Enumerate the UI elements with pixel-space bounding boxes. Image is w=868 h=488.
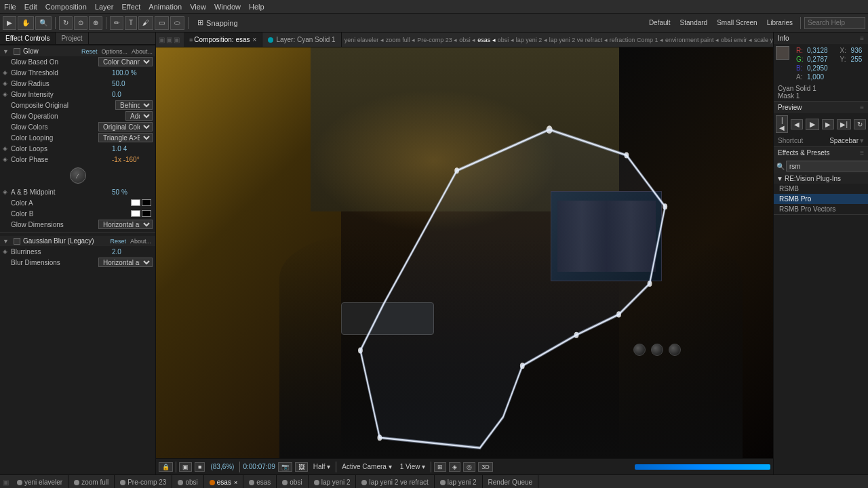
vc-comp-btn[interactable]: ■ [195,462,205,472]
color-b-swatch2[interactable] [142,210,151,217]
glow-reset[interactable]: Reset [81,48,98,55]
color-a-swatch[interactable] [131,199,140,206]
glow-enable[interactable] [14,48,20,55]
tl-tab-lapyeni2[interactable]: lap yeni 2 [309,475,357,488]
tl-tab-precomp23[interactable]: Pre-comp 23 [115,475,172,488]
tool-shape-rect[interactable]: ▭ [155,16,169,30]
glow-intensity-value[interactable]: 0.0 [112,91,153,98]
preview-loop[interactable]: ↻ [854,119,866,129]
tl-tab-zoom-full[interactable]: zoom full [68,475,115,488]
glow-operation-select[interactable]: Add [125,111,153,121]
menu-composition[interactable]: Composition [45,3,87,11]
tool-hand[interactable]: ✋ [18,16,34,30]
glow-composite-select[interactable]: Behind [115,100,153,110]
tl-tab-obsi2[interactable]: obsi [277,475,308,488]
workspace-small-screen[interactable]: Small Screen [713,19,761,26]
preview-step-forward[interactable]: ▶ [822,119,834,129]
nav-esas[interactable]: esas ◂ [477,37,496,43]
preview-play[interactable]: ▶ [806,119,819,130]
color-looping-select[interactable]: Triangle A>B>A [98,133,153,142]
tool-text[interactable]: T [125,16,137,30]
vc-mask-btn[interactable]: ◈ [449,462,460,472]
glow-radius-value[interactable]: 50.0 [112,80,153,87]
search-input[interactable] [804,17,865,29]
tab-project[interactable]: Project [56,33,88,44]
gaussian-blur-expand[interactable]: ▼ [3,238,11,245]
nav-lapyeni2[interactable]: lap yeni 2 ◂ [516,37,547,43]
color-b-swatch[interactable] [131,210,140,217]
tool-camera-orbit[interactable]: ⊙ [74,16,87,30]
vc-zoom-display[interactable]: (83,6%) [210,463,234,470]
vc-view-display[interactable]: Active Camera ▾ [342,463,391,470]
tl-tab-esas[interactable]: esas × [204,475,243,488]
nav-obsi-envir[interactable]: obsi envir ◂ [721,37,752,43]
effects-search-input[interactable] [786,161,868,171]
menu-effect[interactable]: Effect [121,3,140,11]
comp-tab-composition[interactable]: ≡ Composition: esas × [184,33,262,47]
vc-quality-display[interactable]: Half ▾ [313,463,331,470]
effects-presets-collapse[interactable]: ≡ [860,149,864,157]
glow-about[interactable]: About... [132,48,153,55]
preview-shortcut-arrow[interactable]: ▾ [860,136,864,145]
menu-help[interactable]: Help [249,3,264,11]
vc-viewport-icon[interactable]: ▣ [179,462,192,472]
menu-file[interactable]: File [4,3,16,11]
nav-lapyeni2-refract[interactable]: lap yeni 2 ve refract ◂ [549,37,608,43]
vc-viewcount-display[interactable]: 1 View ▾ [400,463,426,470]
glow-options[interactable]: Options... [101,48,127,55]
vc-lock[interactable]: 🔒 [159,462,173,472]
blurriness-value[interactable]: 2.0 [112,248,153,256]
preview-step-back[interactable]: ◀ [791,119,803,129]
nav-scale-yux[interactable]: scale yux ◂ [754,37,773,43]
tl-tab-lapyeni2-refract[interactable]: lap yeni 2 ve refract [356,475,434,488]
effects-category-expand[interactable]: ▼ [776,175,783,182]
glow-colors-select[interactable]: Original Colors [98,122,153,131]
nav-precomp23[interactable]: Pre-comp 23 ◂ [417,37,457,43]
tool-rotate[interactable]: ↻ [59,16,73,30]
vc-3d-btn[interactable]: 3D [478,462,493,472]
preview-skip-back[interactable]: |◀ [776,115,788,133]
preview-skip-forward[interactable]: ▶| [837,119,851,129]
vc-motion-blur[interactable]: ◎ [463,462,475,472]
blur-dims-select[interactable]: Horizontal and Vertical [98,258,153,267]
color-loops-value[interactable]: 1.0 4 [112,145,153,152]
nav-obsi2[interactable]: obsi ◂ [498,37,514,43]
tl-tab-close-5[interactable]: × [234,479,237,486]
menu-window[interactable]: Window [214,3,241,11]
gaussian-blur-reset[interactable]: Reset [110,238,126,245]
effects-item-rsmb-vectors[interactable]: RSMB Pro Vectors [774,204,868,214]
tool-camera-track[interactable]: ⊕ [89,16,102,30]
menu-edit[interactable]: Edit [24,3,37,11]
tool-select[interactable]: ▶ [3,16,16,30]
viewport[interactable] [156,47,773,458]
glow-dims-select[interactable]: Horizontal and Vertical [98,220,153,229]
tool-zoom[interactable]: 🔍 [35,16,52,30]
tab-effect-controls[interactable]: Effect Controls [0,33,56,44]
menu-layer[interactable]: Layer [95,3,114,11]
vc-grid[interactable]: ⊞ [434,462,446,472]
color-phase-dial[interactable] [70,167,86,184]
glow-based-on-select[interactable]: Color Channels [98,57,153,66]
gaussian-blur-about[interactable]: About... [130,238,151,245]
glow-expand[interactable]: ▼ [3,48,11,55]
preview-collapse[interactable]: ≡ [860,104,864,111]
tool-shape-ellipse[interactable]: ⬭ [170,16,184,30]
tl-tab-yeni-elaveler[interactable]: yeni elaveler [12,475,68,488]
tl-tab-obsi[interactable]: obsi [172,475,203,488]
workspace-standard[interactable]: Standard [676,19,712,26]
nav-refraction[interactable]: refraction Comp 1 ◂ [610,37,663,43]
nav-yeni-elaveler[interactable]: yeni elaveler ◂ [344,37,384,43]
menu-view[interactable]: View [190,3,206,11]
tl-tab-lapyeni2b[interactable]: lap yeni 2 [435,475,483,488]
gaussian-blur-enable[interactable] [14,238,20,245]
comp-tab-layer[interactable]: Layer: Cyan Solid 1 [262,33,341,47]
vc-snapshot[interactable]: 📷 [278,462,292,472]
color-phase-value[interactable]: -1x -160° [112,156,153,163]
glow-threshold-value[interactable]: 100.0 % [112,69,153,77]
tl-tab-esas2[interactable]: esas [243,475,277,488]
tool-pen[interactable]: ✏ [110,16,123,30]
effects-item-rsmb-pro[interactable]: RSMB Pro [774,194,868,204]
nav-environment[interactable]: environment paint ◂ [665,37,719,43]
ab-midpoint-value[interactable]: 50 % [112,188,153,196]
workspace-libraries[interactable]: Libraries [763,19,797,26]
